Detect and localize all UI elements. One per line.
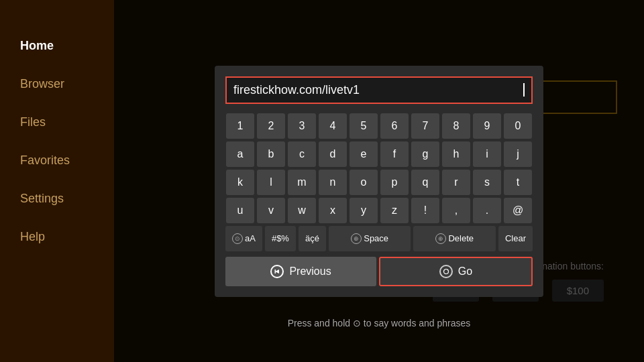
- key-2[interactable]: 2: [257, 113, 285, 139]
- key-space[interactable]: ⊕ Space: [329, 226, 411, 251]
- url-input-container[interactable]: firestickhow.com/livetv1: [225, 76, 533, 104]
- url-input-text: firestickhow.com/livetv1: [233, 83, 523, 97]
- key-k[interactable]: k: [226, 170, 254, 195]
- key-7[interactable]: 7: [411, 113, 439, 139]
- delete-icon: ⊕: [435, 233, 446, 244]
- main-content: ase donation buttons: $20 $50 $100 fires…: [114, 0, 644, 362]
- key-u[interactable]: u: [226, 198, 254, 223]
- key-caps[interactable]: ⊙ aA: [225, 226, 262, 251]
- key-t[interactable]: t: [504, 170, 532, 195]
- keyboard-overlay: firestickhow.com/livetv1 1 2 3 4 5 6 7 8…: [114, 0, 644, 362]
- letter-row-2: k l m n o p q r s t: [225, 170, 533, 195]
- keyboard: 1 2 3 4 5 6 7 8 9 0 a b c d e: [225, 113, 533, 286]
- key-symbols[interactable]: #$%: [265, 226, 296, 251]
- sidebar-item-files[interactable]: Files: [0, 103, 114, 141]
- sidebar-item-favorites[interactable]: Favorites: [0, 141, 114, 180]
- svg-rect-1: [275, 269, 276, 274]
- go-icon: [439, 265, 453, 278]
- sidebar-label-home: Home: [20, 39, 54, 52]
- key-4[interactable]: 4: [319, 113, 347, 139]
- key-n[interactable]: n: [319, 170, 347, 195]
- key-at[interactable]: @: [504, 198, 532, 223]
- sidebar-label-favorites: Favorites: [20, 154, 70, 167]
- key-period[interactable]: .: [473, 198, 501, 223]
- action-row: Previous Go: [225, 257, 533, 286]
- key-x[interactable]: x: [319, 198, 347, 223]
- sidebar-item-browser[interactable]: Browser: [0, 65, 114, 103]
- key-y[interactable]: y: [350, 198, 378, 223]
- key-3[interactable]: 3: [288, 113, 316, 139]
- key-comma[interactable]: ,: [442, 198, 470, 223]
- space-icon: ⊕: [351, 233, 362, 244]
- key-p[interactable]: p: [380, 170, 409, 195]
- sidebar-label-settings: Settings: [20, 192, 64, 205]
- letter-row-1: a b c d e f g h i j: [225, 141, 533, 167]
- key-m[interactable]: m: [288, 170, 316, 195]
- letter-row-3: u v w x y z ! , . @: [225, 198, 533, 223]
- sidebar-item-help[interactable]: Help: [0, 218, 114, 256]
- key-i[interactable]: i: [473, 141, 501, 167]
- sidebar-item-home[interactable]: Home: [0, 27, 114, 65]
- key-clear[interactable]: Clear: [498, 226, 533, 251]
- key-z[interactable]: z: [380, 198, 409, 223]
- key-c[interactable]: c: [288, 141, 316, 167]
- text-cursor: [523, 83, 525, 97]
- previous-button[interactable]: Previous: [225, 257, 376, 286]
- key-h[interactable]: h: [442, 141, 470, 167]
- key-l[interactable]: l: [257, 170, 285, 195]
- keyboard-dialog: firestickhow.com/livetv1 1 2 3 4 5 6 7 8…: [215, 66, 543, 297]
- svg-point-2: [443, 269, 448, 274]
- key-1[interactable]: 1: [226, 113, 254, 139]
- key-v[interactable]: v: [257, 198, 285, 223]
- sidebar-label-browser: Browser: [20, 77, 64, 90]
- sidebar: Home Browser Files Favorites Settings He…: [0, 0, 114, 362]
- key-q[interactable]: q: [411, 170, 439, 195]
- key-b[interactable]: b: [257, 141, 285, 167]
- go-button[interactable]: Go: [379, 257, 533, 286]
- key-9[interactable]: 9: [473, 113, 501, 139]
- key-8[interactable]: 8: [442, 113, 470, 139]
- key-6[interactable]: 6: [380, 113, 409, 139]
- sidebar-label-help: Help: [20, 230, 45, 243]
- key-o[interactable]: o: [350, 170, 378, 195]
- key-accents[interactable]: äçé: [299, 226, 326, 251]
- special-row: ⊙ aA #$% äçé ⊕ Space ⊕ Delete Clear: [225, 226, 533, 251]
- caps-icon: ⊙: [232, 233, 243, 244]
- go-label: Go: [458, 265, 472, 278]
- key-delete[interactable]: ⊕ Delete: [413, 226, 496, 251]
- sidebar-item-settings[interactable]: Settings: [0, 180, 114, 218]
- key-s[interactable]: s: [473, 170, 501, 195]
- key-d[interactable]: d: [319, 141, 347, 167]
- key-j[interactable]: j: [504, 141, 532, 167]
- key-f[interactable]: f: [380, 141, 409, 167]
- bottom-hint: Press and hold ⊙ to say words and phrase…: [114, 318, 644, 328]
- key-w[interactable]: w: [288, 198, 316, 223]
- sidebar-label-files: Files: [20, 115, 46, 129]
- previous-label: Previous: [289, 265, 331, 278]
- key-a[interactable]: a: [226, 141, 254, 167]
- key-e[interactable]: e: [350, 141, 378, 167]
- key-r[interactable]: r: [442, 170, 470, 195]
- previous-icon: [270, 265, 284, 278]
- hint-text: Press and hold ⊙ to say words and phrase…: [288, 318, 471, 328]
- key-g[interactable]: g: [411, 141, 439, 167]
- key-0[interactable]: 0: [504, 113, 532, 139]
- key-5[interactable]: 5: [350, 113, 378, 139]
- number-row: 1 2 3 4 5 6 7 8 9 0: [225, 113, 533, 139]
- key-exclaim[interactable]: !: [411, 198, 439, 223]
